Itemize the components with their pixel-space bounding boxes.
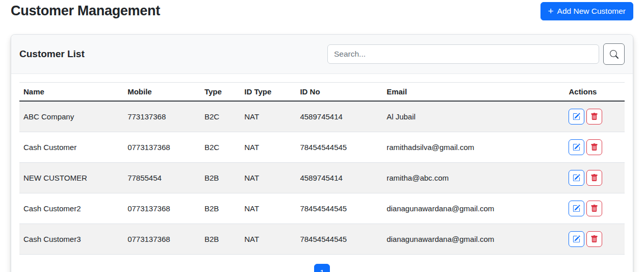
pagination: 1 <box>19 264 625 272</box>
trash-icon <box>590 143 598 151</box>
add-new-customer-label: Add New Customer <box>557 6 626 16</box>
cell-email: ramithadsilva@gmail.com <box>382 132 564 163</box>
cell-email: ramitha@abc.com <box>382 163 564 193</box>
column-header-id-type: ID Type <box>240 83 296 102</box>
trash-icon <box>590 235 598 243</box>
cell-type: B2C <box>200 101 240 132</box>
search-button[interactable] <box>603 43 625 65</box>
table-row: Cash Customer3 0773137368 B2B NAT 784545… <box>19 224 625 255</box>
edit-pencil-icon <box>573 143 580 151</box>
column-header-mobile: Mobile <box>123 83 200 102</box>
trash-icon <box>590 174 598 182</box>
cell-id-no: 78454544545 <box>296 193 382 224</box>
cell-id-type: NAT <box>240 101 296 132</box>
edit-button[interactable] <box>569 201 584 216</box>
cell-type: B2C <box>200 132 240 163</box>
edit-button[interactable] <box>569 170 584 186</box>
cell-email: dianagunawardana@gmail.com <box>382 193 564 224</box>
customer-table: Name Mobile Type ID Type ID No Email Act… <box>19 82 625 255</box>
delete-button[interactable] <box>586 170 602 186</box>
cell-type: B2B <box>200 193 240 224</box>
table-body: ABC Company 773137368 B2C NAT 4589745414… <box>19 101 625 255</box>
plus-icon: + <box>548 7 554 16</box>
card-header: Customer List <box>11 35 633 74</box>
cell-type: B2B <box>200 163 240 193</box>
topbar: Customer Management + Add New Customer <box>11 2 633 20</box>
add-new-customer-button[interactable]: + Add New Customer <box>540 2 634 20</box>
card-title: Customer List <box>19 48 85 60</box>
cell-name: NEW CUSTOMER <box>19 163 123 193</box>
edit-pencil-icon <box>573 174 580 182</box>
edit-pencil-icon <box>573 205 580 212</box>
cell-mobile: 0773137368 <box>123 193 200 224</box>
table-row: Cash Customer 0773137368 B2C NAT 7845454… <box>19 132 625 163</box>
cell-id-type: NAT <box>240 132 296 163</box>
cell-id-type: NAT <box>240 193 296 224</box>
cell-id-no: 78454544545 <box>296 132 382 163</box>
delete-button[interactable] <box>586 139 602 155</box>
cell-actions <box>564 193 625 224</box>
cell-actions <box>564 163 625 193</box>
column-header-actions: Actions <box>564 83 625 102</box>
cell-id-type: NAT <box>240 163 296 193</box>
edit-button[interactable] <box>569 109 584 125</box>
delete-button[interactable] <box>586 231 602 247</box>
card-body: Name Mobile Type ID Type ID No Email Act… <box>11 74 633 272</box>
cell-mobile: 0773137368 <box>123 132 200 163</box>
cell-mobile: 0773137368 <box>123 224 200 255</box>
column-header-name: Name <box>19 83 123 102</box>
column-header-id-no: ID No <box>296 83 382 102</box>
table-row: ABC Company 773137368 B2C NAT 4589745414… <box>19 101 625 132</box>
cell-type: B2B <box>200 224 240 255</box>
cell-actions <box>564 224 625 255</box>
trash-icon <box>590 205 598 212</box>
cell-email: dianagunawardana@gmail.com <box>382 224 564 255</box>
pagination-page-1-button[interactable]: 1 <box>314 264 330 272</box>
search-group <box>327 43 625 65</box>
column-header-email: Email <box>382 83 564 102</box>
cell-actions <box>564 132 625 163</box>
cell-name: Cash Customer <box>19 132 123 163</box>
delete-button[interactable] <box>586 109 602 125</box>
cell-mobile: 77855454 <box>123 163 200 193</box>
cell-name: ABC Company <box>19 101 123 132</box>
edit-button[interactable] <box>569 231 584 247</box>
search-input[interactable] <box>327 44 599 64</box>
edit-pencil-icon <box>573 113 580 120</box>
trash-icon <box>590 113 598 120</box>
page-title: Customer Management <box>11 2 160 19</box>
cell-name: Cash Customer3 <box>19 224 123 255</box>
table-row: NEW CUSTOMER 77855454 B2B NAT 4589745414… <box>19 163 625 193</box>
cell-email: Al Jubail <box>382 101 564 132</box>
cell-id-no: 78454544545 <box>296 224 382 255</box>
search-icon <box>610 50 619 59</box>
cell-mobile: 773137368 <box>123 101 200 132</box>
edit-pencil-icon <box>573 235 580 243</box>
table-row: Cash Customer2 0773137368 B2B NAT 784545… <box>19 193 625 224</box>
customer-list-card: Customer List <box>11 34 633 272</box>
cell-id-no: 4589745414 <box>296 163 382 193</box>
table-header: Name Mobile Type ID Type ID No Email Act… <box>19 83 625 102</box>
cell-id-no: 4589745414 <box>296 101 382 132</box>
cell-actions <box>564 101 625 132</box>
cell-id-type: NAT <box>240 224 296 255</box>
customer-management-page: Customer Management + Add New Customer C… <box>0 0 644 272</box>
edit-button[interactable] <box>569 139 584 155</box>
column-header-type: Type <box>200 83 240 102</box>
delete-button[interactable] <box>586 201 602 216</box>
cell-name: Cash Customer2 <box>19 193 123 224</box>
